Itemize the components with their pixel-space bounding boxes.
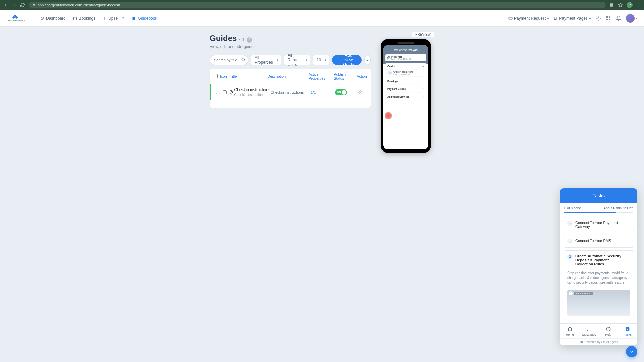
pages-icon (554, 16, 558, 20)
chevron-right-icon: › (423, 95, 424, 98)
reload-icon[interactable] (20, 2, 25, 8)
guides-panel: Guides - 1 ? View, edit and add guides A… (210, 34, 371, 153)
phone-guide-item[interactable]: Checkin instructions Checkin instruction… (385, 70, 426, 76)
phone-notch (397, 42, 414, 44)
phone-card-date: May 14 - May 19, 2022 (387, 58, 424, 60)
search-icon[interactable] (241, 57, 246, 62)
svg-rect-15 (606, 16, 608, 18)
svg-rect-21 (388, 58, 389, 60)
row-icon (229, 89, 234, 95)
card-icon (508, 16, 513, 20)
chevron-down-icon[interactable]: ⌄ (289, 102, 291, 105)
toggle-label: ON (337, 90, 341, 94)
svg-rect-16 (609, 16, 610, 18)
phone-section-guides[interactable]: Guides ⌄ (385, 63, 426, 69)
nav-guidebook[interactable]: Guidebook (128, 14, 160, 23)
add-guide-button[interactable]: + Add New Guide (332, 55, 361, 65)
col-action[interactable]: Action (357, 74, 367, 78)
table-row: ⋮⋮ Checkin instructions Checkin instruct… (210, 84, 371, 100)
publish-toggle[interactable]: ON (335, 89, 347, 95)
star-icon[interactable] (618, 3, 623, 7)
drag-handle-icon[interactable]: ⋮⋮ (215, 90, 221, 94)
phone-section-additional[interactable]: Additional Services › (385, 94, 426, 100)
more-button[interactable]: ⋯ (364, 55, 371, 65)
row-description: Checkin instructions (271, 90, 311, 94)
edit-icon (357, 90, 362, 95)
bookings-icon (73, 16, 77, 20)
svg-rect-11 (509, 17, 512, 19)
url-bar[interactable]: app.chargeautomation.com/client/v2/guide… (29, 2, 606, 8)
caret-down-icon: ▾ (636, 17, 637, 20)
svg-rect-18 (609, 19, 610, 20)
phone-section-bookings[interactable]: Bookings › (385, 78, 426, 84)
page-subtitle: View, edit and add guides (210, 44, 371, 49)
main-content: Guides - 1 ? View, edit and add guides A… (0, 27, 644, 160)
top-nav: CHARGE AUTOMATION Dashboard Bookings Ups… (0, 10, 644, 27)
profile-badge-icon[interactable]: P (627, 2, 633, 8)
svg-rect-10 (133, 17, 135, 20)
row-checkbox[interactable] (223, 90, 227, 94)
payment-pages-dropdown[interactable]: Payment Pages ▾ (554, 16, 591, 21)
preview-label: PREVIEW (412, 32, 434, 37)
page-size-label: 10 (317, 58, 321, 62)
payment-request-dropdown[interactable]: Payment Request ▾ (508, 16, 549, 21)
settings-icon[interactable]: ▾ (596, 16, 601, 21)
svg-point-2 (639, 5, 639, 5)
col-status[interactable]: Publish Status (334, 72, 357, 80)
filter-row: All Properties ▾ All Rental Units ▾ 10 ▾… (210, 55, 371, 65)
phone-section-payment[interactable]: Payment Details › (385, 86, 426, 92)
caret-down-icon: ▾ (547, 16, 549, 21)
svg-rect-0 (610, 3, 613, 6)
extension-icon[interactable] (609, 3, 614, 7)
phone-mockup: Welcome Prayas All Properties May 14 - M… (381, 39, 431, 153)
nav-guidebook-label: Guidebook (138, 16, 157, 21)
forward-icon[interactable] (11, 2, 17, 8)
payment-pages-label: Payment Pages (559, 16, 588, 21)
col-icon[interactable]: Icon (220, 74, 230, 78)
col-description[interactable]: Description (267, 74, 309, 78)
page-title: Guides (210, 34, 237, 43)
caret-down-icon: ▾ (306, 58, 307, 62)
svg-point-3 (639, 6, 639, 7)
back-icon[interactable] (3, 2, 8, 8)
svg-text:CHARGE AUTOMATION: CHARGE AUTOMATION (8, 20, 25, 21)
svg-rect-17 (606, 19, 608, 20)
col-title[interactable]: Title (230, 74, 267, 78)
upsell-icon (103, 16, 107, 20)
svg-rect-9 (73, 17, 76, 20)
edit-button[interactable] (357, 90, 367, 95)
calendar-icon (387, 58, 389, 60)
properties-select[interactable]: All Properties ▾ (251, 55, 281, 65)
page-size-select[interactable]: 10 ▾ (313, 55, 329, 65)
menu-icon[interactable] (637, 3, 641, 7)
help-icon[interactable]: ? (247, 37, 252, 43)
payment-request-label: Payment Request (514, 16, 546, 21)
plus-icon: + (337, 58, 339, 62)
row-active-properties[interactable]: 1/1 (311, 90, 335, 94)
col-active[interactable]: Active Properties (309, 72, 334, 80)
phone-screen: Welcome Prayas All Properties May 14 - M… (383, 45, 428, 149)
phone-booking-card: All Properties May 14 - May 19, 2022 (385, 54, 426, 61)
preview-column: PREVIEW Welcome Prayas All Properties Ma… (381, 34, 434, 153)
nav-dashboard-label: Dashboard (46, 16, 66, 21)
caret-down-icon: ▼ (122, 17, 124, 20)
nav-dashboard[interactable]: Dashboard (37, 14, 69, 23)
bell-icon[interactable] (616, 16, 621, 21)
url-text: app.chargeautomation.com/client/v2/guide… (38, 3, 120, 7)
grid-icon[interactable] (606, 16, 611, 21)
caret-down-icon: ▾ (277, 58, 278, 62)
nav-upsell-label: Upsell (108, 16, 119, 21)
user-menu[interactable]: ▾ (626, 14, 637, 23)
nav-bookings[interactable]: Bookings (70, 14, 99, 23)
table-header: Icon Title Description Active Properties… (210, 69, 371, 84)
logo[interactable]: CHARGE AUTOMATION (7, 14, 27, 22)
search-box (210, 55, 248, 65)
page-count: - 1 (239, 37, 244, 42)
properties-select-label: All Properties (255, 55, 273, 65)
chevron-right-icon: › (423, 80, 424, 83)
rental-units-select[interactable]: All Rental Units ▾ (284, 55, 310, 65)
select-all-checkbox[interactable] (214, 74, 218, 78)
row-title[interactable]: Checkin instructions Checkin instruction… (234, 87, 271, 97)
nav-upsell[interactable]: Upsell ▼ (99, 14, 128, 23)
phone-guide-text: Checkin instructions Checkin instruction… (393, 71, 413, 75)
